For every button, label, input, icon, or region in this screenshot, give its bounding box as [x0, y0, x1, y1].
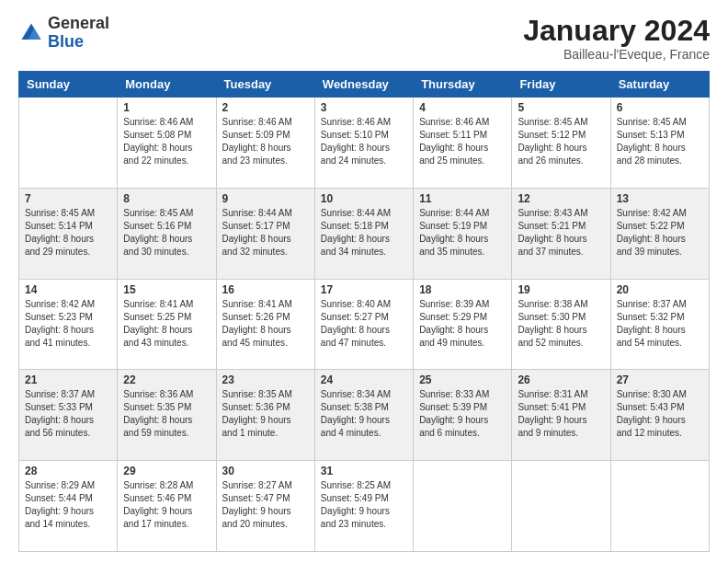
daylight-text: Daylight: 8 hours and 41 minutes. — [25, 325, 94, 348]
sunrise-text: Sunrise: 8:45 AM — [617, 117, 687, 127]
table-row: 18 Sunrise: 8:39 AM Sunset: 5:29 PM Dayl… — [414, 279, 512, 370]
table-row: 7 Sunrise: 8:45 AM Sunset: 5:14 PM Dayli… — [19, 188, 118, 279]
daylight-text: Daylight: 8 hours and 28 minutes. — [617, 143, 686, 166]
calendar-week-row: 28 Sunrise: 8:29 AM Sunset: 5:44 PM Dayl… — [19, 461, 710, 552]
table-row: 19 Sunrise: 8:38 AM Sunset: 5:30 PM Dayl… — [512, 279, 610, 370]
sunrise-text: Sunrise: 8:42 AM — [617, 208, 687, 218]
day-number: 14 — [25, 283, 111, 296]
daylight-text: Daylight: 8 hours and 30 minutes. — [123, 234, 192, 257]
sunrise-text: Sunrise: 8:45 AM — [518, 117, 587, 127]
day-info: Sunrise: 8:41 AM Sunset: 5:26 PM Dayligh… — [222, 298, 309, 350]
day-number: 9 — [222, 192, 309, 205]
daylight-text: Daylight: 8 hours and 52 minutes. — [518, 325, 586, 348]
sunrise-text: Sunrise: 8:37 AM — [617, 299, 687, 309]
table-row — [19, 98, 118, 189]
sunset-text: Sunset: 5:08 PM — [123, 130, 191, 140]
day-info: Sunrise: 8:25 AM Sunset: 5:49 PM Dayligh… — [321, 479, 407, 531]
title-block: January 2024 Bailleau-l'Eveque, France — [523, 15, 710, 62]
daylight-text: Daylight: 9 hours and 17 minutes. — [123, 506, 192, 529]
day-info: Sunrise: 8:36 AM Sunset: 5:35 PM Dayligh… — [123, 388, 210, 440]
table-row: 23 Sunrise: 8:35 AM Sunset: 5:36 PM Dayl… — [216, 370, 314, 461]
daylight-text: Daylight: 8 hours and 34 minutes. — [321, 234, 390, 257]
col-sunday: Sunday — [19, 72, 118, 98]
sunrise-text: Sunrise: 8:46 AM — [123, 117, 193, 127]
table-row: 8 Sunrise: 8:45 AM Sunset: 5:16 PM Dayli… — [118, 188, 216, 279]
sunrise-text: Sunrise: 8:45 AM — [123, 208, 193, 218]
col-thursday: Thursday — [414, 72, 512, 98]
table-row: 5 Sunrise: 8:45 AM Sunset: 5:12 PM Dayli… — [512, 98, 610, 189]
calendar-week-row: 1 Sunrise: 8:46 AM Sunset: 5:08 PM Dayli… — [19, 98, 710, 189]
sunset-text: Sunset: 5:29 PM — [419, 312, 487, 322]
day-info: Sunrise: 8:34 AM Sunset: 5:38 PM Dayligh… — [321, 388, 407, 440]
table-row: 27 Sunrise: 8:30 AM Sunset: 5:43 PM Dayl… — [610, 370, 709, 461]
sunrise-text: Sunrise: 8:42 AM — [25, 299, 95, 309]
day-info: Sunrise: 8:30 AM Sunset: 5:43 PM Dayligh… — [617, 388, 703, 440]
day-info: Sunrise: 8:28 AM Sunset: 5:46 PM Dayligh… — [123, 479, 210, 531]
sunset-text: Sunset: 5:21 PM — [518, 221, 586, 231]
table-row — [512, 461, 610, 552]
table-row — [610, 461, 709, 552]
day-number: 19 — [518, 283, 604, 296]
sunrise-text: Sunrise: 8:35 AM — [222, 389, 292, 399]
calendar-table: Sunday Monday Tuesday Wednesday Thursday… — [18, 71, 710, 552]
daylight-text: Daylight: 9 hours and 12 minutes. — [617, 415, 686, 438]
day-number: 7 — [25, 192, 111, 205]
sunset-text: Sunset: 5:14 PM — [25, 221, 93, 231]
calendar-header-row: Sunday Monday Tuesday Wednesday Thursday… — [19, 72, 710, 98]
sunset-text: Sunset: 5:16 PM — [123, 221, 191, 231]
sunrise-text: Sunrise: 8:29 AM — [25, 480, 95, 490]
col-wednesday: Wednesday — [314, 72, 413, 98]
day-number: 26 — [518, 373, 604, 386]
sunset-text: Sunset: 5:35 PM — [123, 402, 191, 412]
sunset-text: Sunset: 5:39 PM — [419, 402, 487, 412]
day-number: 22 — [123, 373, 210, 386]
day-number: 25 — [419, 373, 506, 386]
table-row: 21 Sunrise: 8:37 AM Sunset: 5:33 PM Dayl… — [19, 370, 118, 461]
col-monday: Monday — [118, 72, 216, 98]
table-row: 31 Sunrise: 8:25 AM Sunset: 5:49 PM Dayl… — [314, 461, 413, 552]
subtitle: Bailleau-l'Eveque, France — [523, 47, 710, 62]
calendar-week-row: 14 Sunrise: 8:42 AM Sunset: 5:23 PM Dayl… — [19, 279, 710, 370]
col-saturday: Saturday — [610, 72, 709, 98]
sunset-text: Sunset: 5:49 PM — [321, 493, 389, 503]
sunset-text: Sunset: 5:22 PM — [617, 221, 685, 231]
sunrise-text: Sunrise: 8:39 AM — [419, 299, 489, 309]
day-info: Sunrise: 8:39 AM Sunset: 5:29 PM Dayligh… — [419, 298, 506, 350]
table-row: 6 Sunrise: 8:45 AM Sunset: 5:13 PM Dayli… — [610, 98, 709, 189]
logo: General Blue — [18, 15, 109, 52]
day-number: 30 — [222, 465, 309, 477]
day-info: Sunrise: 8:46 AM Sunset: 5:08 PM Dayligh… — [123, 116, 210, 167]
daylight-text: Daylight: 8 hours and 37 minutes. — [518, 234, 586, 257]
day-info: Sunrise: 8:45 AM Sunset: 5:14 PM Dayligh… — [25, 207, 111, 259]
sunrise-text: Sunrise: 8:38 AM — [518, 299, 587, 309]
day-info: Sunrise: 8:44 AM Sunset: 5:18 PM Dayligh… — [321, 207, 407, 259]
sunrise-text: Sunrise: 8:37 AM — [25, 389, 95, 399]
sunset-text: Sunset: 5:30 PM — [518, 312, 586, 322]
daylight-text: Daylight: 8 hours and 29 minutes. — [25, 234, 94, 257]
col-friday: Friday — [512, 72, 610, 98]
sunrise-text: Sunrise: 8:36 AM — [123, 389, 193, 399]
sunset-text: Sunset: 5:10 PM — [321, 130, 389, 140]
day-number: 10 — [321, 192, 407, 205]
daylight-text: Daylight: 9 hours and 1 minute. — [222, 415, 291, 438]
sunrise-text: Sunrise: 8:45 AM — [25, 208, 95, 218]
day-number: 20 — [617, 283, 703, 296]
daylight-text: Daylight: 9 hours and 4 minutes. — [321, 415, 390, 438]
day-info: Sunrise: 8:31 AM Sunset: 5:41 PM Dayligh… — [518, 388, 604, 440]
table-row: 13 Sunrise: 8:42 AM Sunset: 5:22 PM Dayl… — [610, 188, 709, 279]
day-number: 8 — [123, 192, 210, 205]
day-info: Sunrise: 8:42 AM Sunset: 5:22 PM Dayligh… — [617, 207, 703, 259]
sunset-text: Sunset: 5:18 PM — [321, 221, 389, 231]
table-row: 26 Sunrise: 8:31 AM Sunset: 5:41 PM Dayl… — [512, 370, 610, 461]
sunset-text: Sunset: 5:41 PM — [518, 402, 586, 412]
page: General Blue January 2024 Bailleau-l'Eve… — [0, 0, 728, 563]
sunrise-text: Sunrise: 8:33 AM — [419, 389, 489, 399]
day-number: 18 — [419, 283, 506, 296]
table-row: 17 Sunrise: 8:40 AM Sunset: 5:27 PM Dayl… — [314, 279, 413, 370]
sunrise-text: Sunrise: 8:46 AM — [419, 117, 489, 127]
day-number: 23 — [222, 373, 309, 386]
sunrise-text: Sunrise: 8:44 AM — [419, 208, 489, 218]
day-info: Sunrise: 8:42 AM Sunset: 5:23 PM Dayligh… — [25, 298, 111, 350]
sunset-text: Sunset: 5:09 PM — [222, 130, 290, 140]
daylight-text: Daylight: 8 hours and 23 minutes. — [222, 143, 291, 166]
